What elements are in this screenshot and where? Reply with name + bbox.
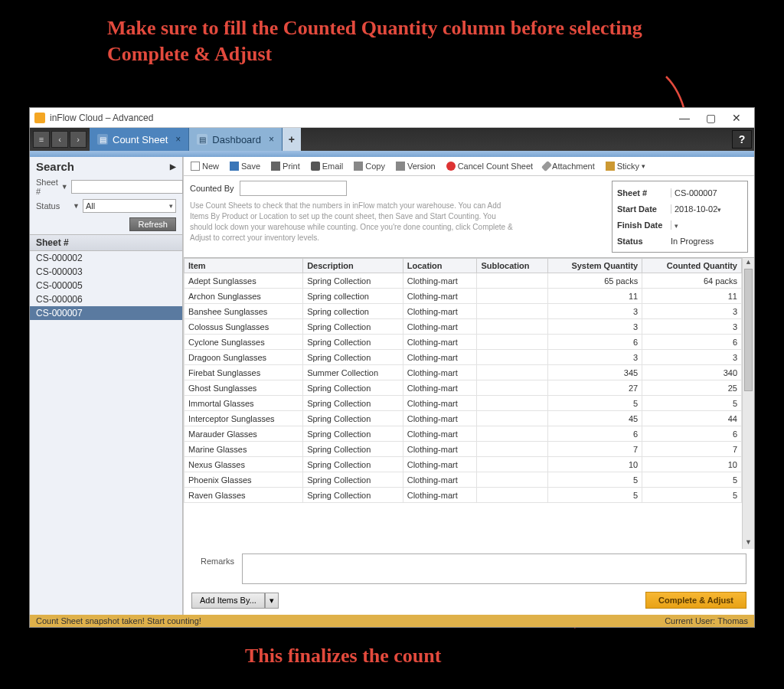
- cell-description[interactable]: Spring Collection: [303, 472, 403, 488]
- cell-location[interactable]: Clothing-mart: [403, 350, 477, 365]
- cell-description[interactable]: Spring Collection: [303, 396, 403, 411]
- cell-item[interactable]: Dragoon Sunglasses: [185, 350, 303, 365]
- cell-location[interactable]: Clothing-mart: [403, 273, 477, 289]
- add-items-dropdown[interactable]: ▾: [265, 593, 279, 609]
- cell-counted-qty[interactable]: 5: [642, 472, 742, 488]
- cell-sublocation[interactable]: [477, 411, 548, 426]
- cell-description[interactable]: Spring Collection: [303, 350, 403, 365]
- cell-item[interactable]: Marine Glasses: [185, 442, 303, 457]
- nav-forward-button[interactable]: ›: [70, 131, 87, 148]
- new-button[interactable]: New: [188, 160, 221, 172]
- version-button[interactable]: Version: [394, 160, 438, 172]
- nav-back-button[interactable]: ‹: [51, 131, 68, 148]
- cell-sublocation[interactable]: [477, 488, 548, 503]
- cell-counted-qty[interactable]: 6: [642, 426, 742, 442]
- close-icon[interactable]: ×: [175, 134, 181, 145]
- cell-counted-qty[interactable]: 10: [642, 457, 742, 472]
- cell-location[interactable]: Clothing-mart: [403, 289, 477, 304]
- chevron-down-icon[interactable]: ▼: [61, 183, 68, 191]
- cell-system-qty[interactable]: 65 packs: [548, 273, 642, 289]
- cell-counted-qty[interactable]: 7: [642, 442, 742, 457]
- cell-description[interactable]: Spring Collection: [303, 411, 403, 426]
- sheet-item[interactable]: CS-000002: [30, 251, 182, 265]
- scroll-up-icon[interactable]: ▲: [743, 258, 754, 269]
- help-button[interactable]: ?: [732, 130, 752, 149]
- email-button[interactable]: Email: [309, 160, 346, 172]
- cell-sublocation[interactable]: [477, 457, 548, 472]
- cell-sublocation[interactable]: [477, 304, 548, 319]
- cell-system-qty[interactable]: 7: [548, 442, 642, 457]
- table-row[interactable]: Immortal GlassesSpring CollectionClothin…: [185, 396, 742, 411]
- complete-adjust-button[interactable]: Complete & Adjust: [645, 592, 746, 609]
- chevron-down-icon[interactable]: ▾: [717, 206, 721, 214]
- cell-description[interactable]: Spring Collection: [303, 273, 403, 289]
- cell-description[interactable]: Spring Collection: [303, 488, 403, 503]
- minimize-button[interactable]: —: [671, 112, 697, 124]
- column-header[interactable]: System Quantity: [548, 259, 642, 273]
- cell-location[interactable]: Clothing-mart: [403, 335, 477, 350]
- cell-location[interactable]: Clothing-mart: [403, 396, 477, 411]
- cell-description[interactable]: Spring Collection: [303, 335, 403, 350]
- column-header[interactable]: Description: [303, 259, 403, 273]
- cell-counted-qty[interactable]: 340: [642, 365, 742, 380]
- cell-description[interactable]: Spring Collection: [303, 442, 403, 457]
- cell-sublocation[interactable]: [477, 350, 548, 365]
- meta-finish-value[interactable]: ▾: [671, 220, 743, 230]
- cell-item[interactable]: Ghost Sunglasses: [185, 380, 303, 396]
- cell-system-qty[interactable]: 3: [548, 350, 642, 365]
- cell-sublocation[interactable]: [477, 396, 548, 411]
- sheet-filter-input[interactable]: [71, 180, 183, 194]
- remarks-input[interactable]: [242, 553, 746, 584]
- sheet-item[interactable]: CS-000005: [30, 279, 182, 292]
- scroll-down-icon[interactable]: ▼: [743, 538, 754, 549]
- scroll-thumb[interactable]: [744, 269, 753, 391]
- cell-description[interactable]: Spring collection: [303, 304, 403, 319]
- cell-description[interactable]: Spring Collection: [303, 426, 403, 442]
- cell-counted-qty[interactable]: 5: [642, 396, 742, 411]
- close-icon[interactable]: ×: [269, 134, 274, 145]
- table-row[interactable]: Cyclone SunglassesSpring CollectionCloth…: [185, 335, 742, 350]
- sheet-item[interactable]: CS-000006: [30, 292, 182, 306]
- cell-system-qty[interactable]: 5: [548, 396, 642, 411]
- cell-location[interactable]: Clothing-mart: [403, 304, 477, 319]
- cell-description[interactable]: Summer Collection: [303, 365, 403, 380]
- cell-location[interactable]: Clothing-mart: [403, 365, 477, 380]
- cell-system-qty[interactable]: 5: [548, 488, 642, 503]
- counted-by-input[interactable]: [240, 181, 347, 196]
- cell-item[interactable]: Phoenix Glasses: [185, 472, 303, 488]
- column-header[interactable]: Sublocation: [477, 259, 548, 273]
- cell-counted-qty[interactable]: 44: [642, 411, 742, 426]
- cancel-button[interactable]: Cancel Count Sheet: [444, 160, 535, 172]
- table-row[interactable]: Raven GlassesSpring CollectionClothing-m…: [185, 488, 742, 503]
- cell-item[interactable]: Interceptor Sunglasses: [185, 411, 303, 426]
- table-row[interactable]: Marauder GlassesSpring CollectionClothin…: [185, 426, 742, 442]
- cell-location[interactable]: Clothing-mart: [403, 411, 477, 426]
- cell-sublocation[interactable]: [477, 426, 548, 442]
- cell-location[interactable]: Clothing-mart: [403, 442, 477, 457]
- cell-counted-qty[interactable]: 6: [642, 335, 742, 350]
- cell-description[interactable]: Spring Collection: [303, 380, 403, 396]
- cell-description[interactable]: Spring collection: [303, 289, 403, 304]
- cell-sublocation[interactable]: [477, 335, 548, 350]
- table-row[interactable]: Archon SunglassesSpring collectionClothi…: [185, 289, 742, 304]
- cell-system-qty[interactable]: 5: [548, 472, 642, 488]
- save-button[interactable]: Save: [227, 160, 263, 172]
- cell-sublocation[interactable]: [477, 319, 548, 335]
- sticky-button[interactable]: Sticky▾: [603, 160, 648, 172]
- cell-location[interactable]: Clothing-mart: [403, 488, 477, 503]
- cell-system-qty[interactable]: 11: [548, 289, 642, 304]
- close-button[interactable]: ✕: [724, 112, 750, 124]
- cell-item[interactable]: Immortal Glasses: [185, 396, 303, 411]
- cell-item[interactable]: Nexus Glasses: [185, 457, 303, 472]
- cell-location[interactable]: Clothing-mart: [403, 319, 477, 335]
- cell-sublocation[interactable]: [477, 442, 548, 457]
- cell-item[interactable]: Cyclone Sunglasses: [185, 335, 303, 350]
- table-row[interactable]: Marine GlassesSpring CollectionClothing-…: [185, 442, 742, 457]
- table-row[interactable]: Dragoon SunglassesSpring CollectionCloth…: [185, 350, 742, 365]
- table-row[interactable]: Colossus SunglassesSpring CollectionClot…: [185, 319, 742, 335]
- cell-system-qty[interactable]: 345: [548, 365, 642, 380]
- cell-sublocation[interactable]: [477, 365, 548, 380]
- cell-location[interactable]: Clothing-mart: [403, 457, 477, 472]
- column-header[interactable]: Location: [403, 259, 477, 273]
- sheet-item[interactable]: CS-000003: [30, 265, 182, 279]
